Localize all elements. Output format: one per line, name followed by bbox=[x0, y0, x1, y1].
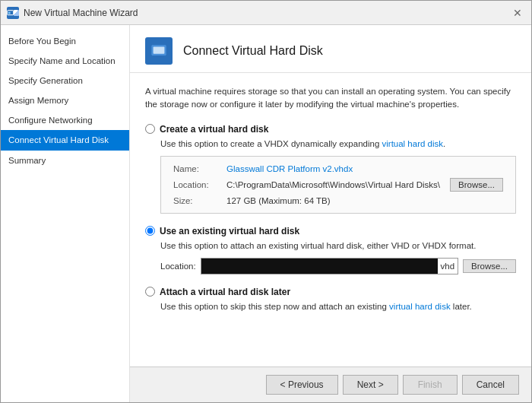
vhd-location-value: C:\ProgramData\Microsoft\Windows\Virtual… bbox=[226, 180, 444, 189]
sidebar-item-summary[interactable]: Summary bbox=[1, 151, 129, 170]
titlebar-left: New Virtual Machine Wizard bbox=[7, 7, 138, 19]
svg-rect-5 bbox=[154, 56, 164, 57]
vhd-size-value: 127 GB (Maximum: 64 TB) bbox=[226, 196, 503, 205]
titlebar: New Virtual Machine Wizard ✕ bbox=[1, 1, 531, 25]
vhd-location-browse-btn[interactable]: Browse... bbox=[450, 178, 503, 192]
finish-button[interactable]: Finish bbox=[403, 375, 458, 395]
attach-later-link: virtual hard disk bbox=[389, 302, 451, 311]
close-button[interactable]: ✕ bbox=[510, 5, 525, 21]
use-existing-radio[interactable] bbox=[145, 226, 155, 236]
sidebar-item-specify-generation[interactable]: Specify Generation bbox=[1, 71, 129, 90]
footer: < Previous Next > Finish Cancel bbox=[130, 367, 531, 402]
existing-location-ext: vhd bbox=[438, 262, 458, 271]
attach-later-radio[interactable] bbox=[145, 287, 155, 297]
sidebar-item-connect-vhd[interactable]: Connect Virtual Hard Disk bbox=[1, 130, 129, 150]
use-existing-radio-label[interactable]: Use an existing virtual hard disk bbox=[145, 226, 516, 236]
next-button[interactable]: Next > bbox=[343, 375, 398, 395]
use-existing-desc: Use this option to attach an existing vi… bbox=[160, 240, 516, 252]
svg-rect-1 bbox=[8, 11, 11, 14]
create-vhd-radio[interactable] bbox=[145, 124, 155, 134]
vhd-size-label: Size: bbox=[173, 196, 226, 205]
use-existing-label: Use an existing virtual hard disk bbox=[160, 226, 299, 236]
page-description: A virtual machine requires storage so th… bbox=[145, 85, 516, 112]
create-vhd-desc: Use this option to create a VHDX dynamic… bbox=[160, 138, 516, 150]
content-area: Before You Begin Specify Name and Locati… bbox=[1, 25, 531, 402]
create-vhd-link: virtual hard disk bbox=[382, 139, 444, 148]
option-use-existing: Use an existing virtual hard disk Use th… bbox=[145, 226, 516, 274]
vhd-name-value: Glasswall CDR Platform v2.vhdx bbox=[226, 164, 503, 173]
vhd-name-row: Name: Glasswall CDR Platform v2.vhdx bbox=[173, 164, 503, 173]
page-title: Connect Virtual Hard Disk bbox=[183, 44, 323, 58]
previous-button[interactable]: < Previous bbox=[266, 375, 338, 395]
option-create-vhd: Create a virtual hard disk Use this opti… bbox=[145, 124, 516, 214]
window-icon bbox=[7, 7, 19, 19]
existing-location-label: Location: bbox=[160, 262, 196, 271]
svg-rect-3 bbox=[154, 46, 165, 53]
existing-location-input-wrapper: vhd bbox=[201, 258, 458, 274]
vhd-size-row: Size: 127 GB (Maximum: 64 TB) bbox=[173, 196, 503, 205]
create-vhd-subpanel: Name: Glasswall CDR Platform v2.vhdx Loc… bbox=[160, 156, 516, 214]
vhd-location-row: Location: C:\ProgramData\Microsoft\Windo… bbox=[173, 178, 503, 192]
vhd-location-browse: C:\ProgramData\Microsoft\Windows\Virtual… bbox=[226, 178, 503, 192]
create-vhd-label: Create a virtual hard disk bbox=[160, 124, 268, 135]
window: New Virtual Machine Wizard ✕ Before You … bbox=[0, 0, 532, 403]
sidebar-item-before-you-begin[interactable]: Before You Begin bbox=[1, 31, 129, 51]
main-panel: Connect Virtual Hard Disk A virtual mach… bbox=[130, 25, 531, 402]
cancel-button[interactable]: Cancel bbox=[462, 375, 519, 395]
existing-browse-btn[interactable]: Browse... bbox=[463, 259, 516, 273]
existing-location-row: Location: vhd Browse... bbox=[160, 258, 516, 274]
page-header-icon bbox=[145, 37, 173, 65]
sidebar-item-assign-memory[interactable]: Assign Memory bbox=[1, 90, 129, 110]
titlebar-title: New Virtual Machine Wizard bbox=[24, 8, 138, 18]
sidebar-item-specify-name-location[interactable]: Specify Name and Location bbox=[1, 51, 129, 71]
option-attach-later: Attach a virtual hard disk later Use thi… bbox=[145, 287, 516, 313]
attach-later-radio-label[interactable]: Attach a virtual hard disk later bbox=[145, 287, 516, 297]
vhd-location-label: Location: bbox=[173, 180, 226, 189]
sidebar: Before You Begin Specify Name and Locati… bbox=[1, 25, 130, 402]
page-header: Connect Virtual Hard Disk bbox=[130, 25, 531, 73]
attach-later-label: Attach a virtual hard disk later bbox=[160, 287, 290, 297]
page-body: A virtual machine requires storage so th… bbox=[130, 73, 531, 367]
existing-location-input[interactable] bbox=[201, 259, 438, 274]
attach-later-desc: Use this option to skip this step now an… bbox=[160, 300, 516, 313]
sidebar-item-configure-networking[interactable]: Configure Networking bbox=[1, 110, 129, 130]
vhd-name-label: Name: bbox=[173, 164, 226, 173]
create-vhd-radio-label[interactable]: Create a virtual hard disk bbox=[145, 124, 516, 135]
